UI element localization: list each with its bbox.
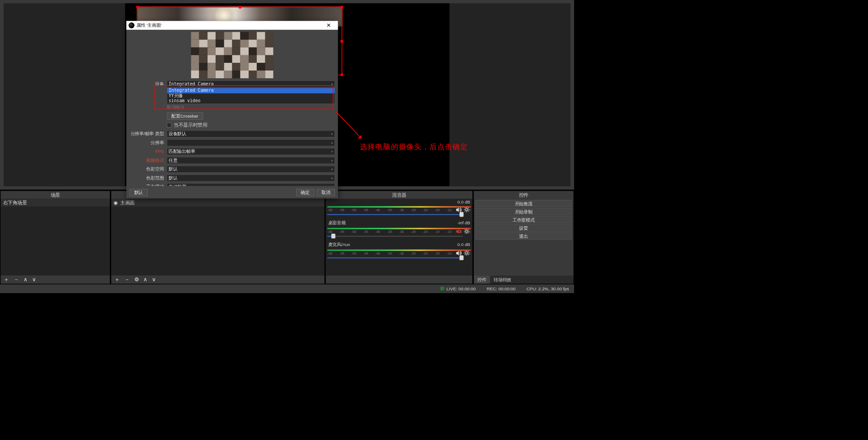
visibility-icon[interactable]: ◉ (113, 200, 118, 205)
tab-controls[interactable]: 控件 (474, 275, 490, 284)
control-button[interactable]: 设置 (475, 224, 572, 232)
device-dropdown[interactable]: Integrated Camera YY开播 sinsam video (167, 88, 335, 104)
properties-dialog: 属性 '主画面' ✕ 设备 Integrated Camera Integrat… (127, 21, 338, 198)
resolution-combo[interactable] (167, 139, 335, 146)
mixer-channel: 0.0 dB-60-55-50-45-40-35-30-25-20-15-10-… (326, 199, 472, 220)
speaker-icon[interactable] (456, 251, 462, 257)
ok-button[interactable]: 确定 (296, 189, 315, 196)
resize-handle[interactable] (340, 74, 343, 76)
remove-icon[interactable]: － (124, 276, 130, 283)
mixer-channel-name: 麦克风/Aux (328, 242, 350, 248)
live-indicator-icon (441, 287, 444, 290)
move-up-icon[interactable]: ∧ (24, 276, 28, 283)
status-live-text: LIVE: 00:00:00 (447, 286, 476, 291)
level-meter (327, 228, 471, 229)
move-down-icon[interactable]: ∨ (32, 276, 36, 283)
buffering-combo[interactable]: 自动检测 (167, 183, 335, 186)
gear-icon[interactable] (464, 250, 469, 257)
volume-slider[interactable] (327, 234, 471, 239)
svg-line-28 (465, 254, 466, 255)
deactivate-when-hidden-row: 当不显示时禁用 (129, 121, 335, 129)
deactivate-checkbox[interactable] (167, 123, 172, 128)
meter-ticks: -60-55-50-45-40-35-30-25-20-15-10-50 (327, 230, 471, 234)
resize-handle[interactable] (340, 40, 343, 43)
device-combo[interactable]: Integrated Camera (167, 80, 335, 87)
device-row: 设备 Integrated Camera Integrated Camera Y… (129, 80, 335, 88)
buffering-label: 正在缓冲 (129, 184, 167, 186)
svg-line-7 (468, 208, 469, 208)
fps-combo[interactable]: 匹配输出帧率 (167, 148, 335, 155)
source-item-label: 主画面 (120, 200, 135, 205)
svg-line-25 (465, 251, 466, 252)
dialog-titlebar[interactable]: 属性 '主画面' ✕ (127, 21, 338, 30)
svg-line-5 (465, 208, 466, 208)
move-down-icon[interactable]: ∨ (152, 276, 156, 283)
control-button[interactable]: 开始推流 (475, 200, 572, 207)
mixer-body: 0.0 dB-60-55-50-45-40-35-30-25-20-15-10-… (326, 199, 472, 276)
video-format-combo[interactable]: 任意 (167, 157, 335, 164)
gear-icon[interactable]: ⚙ (134, 276, 139, 283)
configure-crossbar-button[interactable]: 配置Crossbar (167, 113, 203, 120)
defaults-button[interactable]: 默认 (129, 189, 148, 196)
scenes-header: 场景 (1, 191, 110, 199)
controls-header: 控件 (474, 191, 573, 199)
sources-list[interactable]: ◉ 主画面 (111, 199, 324, 276)
scene-item[interactable]: 右下角场景 (1, 199, 110, 207)
mixer-header: 混音器 (326, 191, 472, 199)
mixer-channel-level: 0.0 dB (458, 242, 470, 248)
svg-line-17 (468, 232, 469, 233)
deactivate-hidden-row: 取消激活 (129, 103, 335, 111)
annotation-text: 选择电脑的摄像头，后点击确定 (360, 142, 468, 152)
mixer-panel: 混音器 0.0 dB-60-55-50-45-40-35-30-25-20-15… (326, 191, 472, 284)
fps-label: FPS (129, 149, 167, 154)
device-option[interactable]: sinsam video (167, 98, 335, 103)
source-item[interactable]: ◉ 主画面 (111, 199, 324, 207)
resize-handle[interactable] (340, 6, 343, 9)
resize-handle[interactable] (136, 6, 139, 9)
color-range-label: 色彩范围 (129, 175, 167, 181)
mixer-channel: 麦克风/Aux0.0 dB-60-55-50-45-40-35-30-25-20… (326, 241, 472, 263)
gear-icon[interactable] (464, 207, 469, 213)
device-option[interactable]: YY开播 (167, 93, 335, 98)
add-icon[interactable]: ＋ (114, 276, 120, 283)
control-button[interactable]: 退出 (475, 232, 572, 240)
control-button[interactable]: 开始录制 (475, 208, 572, 215)
volume-slider[interactable] (327, 255, 471, 260)
svg-point-0 (466, 208, 468, 211)
dialog-preview (191, 32, 274, 78)
move-up-icon[interactable]: ∧ (143, 276, 147, 283)
resize-handle[interactable] (239, 6, 241, 9)
crossbar-row: 配置Crossbar (129, 112, 335, 120)
close-icon[interactable]: ✕ (322, 22, 336, 29)
resolution-type-combo[interactable]: 设备默认 (167, 130, 335, 137)
remove-icon[interactable]: － (14, 276, 19, 283)
svg-line-18 (468, 229, 469, 230)
color-space-combo[interactable]: 默认 (167, 166, 335, 172)
controls-body: 开始推流开始录制工作室模式设置退出 (474, 199, 573, 276)
obs-logo-icon (128, 23, 134, 28)
status-bar: LIVE: 00:00:00 REC: 00:00:00 CPU: 2.2%, … (0, 284, 574, 293)
cancel-button[interactable]: 取消 (316, 189, 335, 196)
tab-transitions[interactable]: 转场特效 (490, 275, 515, 284)
gear-icon[interactable] (464, 228, 469, 235)
svg-line-19 (465, 232, 466, 233)
speaker-icon[interactable] (456, 207, 462, 213)
volume-slider[interactable] (327, 212, 471, 217)
device-label: 设备 (129, 80, 167, 87)
deactivate-checkbox-label: 当不显示时禁用 (174, 122, 207, 128)
scenes-list[interactable]: 右下角场景 (1, 199, 110, 276)
mixer-channel-level: 0.0 dB (458, 199, 470, 204)
svg-point-11 (466, 230, 468, 232)
controls-panel: 控件 开始推流开始录制工作室模式设置退出 控件 转场特效 (474, 191, 573, 284)
sources-panel: 来源 ◉ 主画面 ＋ － ⚙ ∧ ∨ (111, 191, 324, 284)
deactivate-hidden-label: 取消激活 (167, 104, 335, 110)
add-icon[interactable]: ＋ (4, 276, 9, 283)
control-button[interactable]: 工作室模式 (475, 216, 572, 223)
device-option[interactable]: Integrated Camera (167, 88, 335, 93)
mixer-channel-name: 桌面音频 (328, 220, 346, 227)
svg-line-16 (465, 229, 466, 230)
speaker-muted-icon[interactable] (456, 229, 462, 235)
color-range-combo[interactable]: 默认 (167, 175, 335, 181)
controls-tabs: 控件 转场特效 (474, 275, 573, 284)
sources-toolbar: ＋ － ⚙ ∧ ∨ (111, 275, 324, 284)
